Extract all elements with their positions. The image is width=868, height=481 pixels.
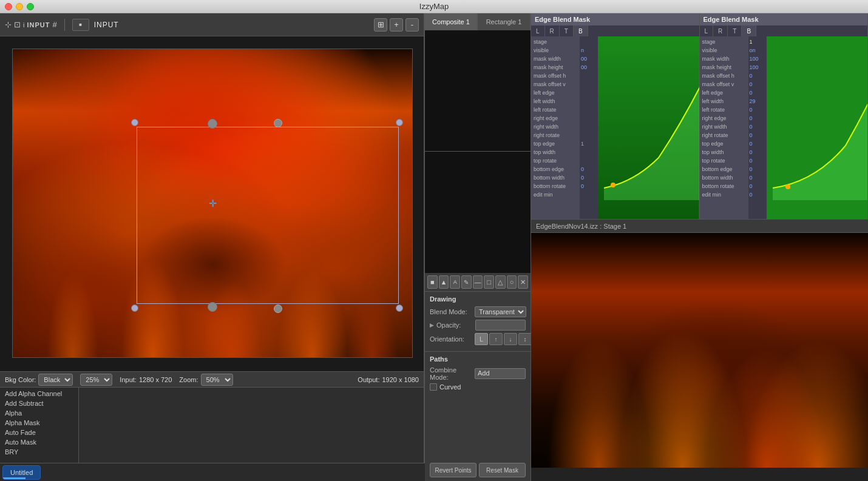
solo-label: INPUT: [27, 21, 50, 29]
combine-mode-row: Combine Mode: Add: [430, 366, 526, 381]
list-item-alpha-mask[interactable]: Alpha Mask: [0, 418, 78, 428]
zoom-plus-button[interactable]: +: [390, 18, 403, 32]
draw-tool-pen[interactable]: ✎: [461, 275, 472, 289]
select-icon[interactable]: ⊹: [5, 20, 12, 29]
handle-top-left[interactable]: [131, 119, 138, 126]
draw-tool-circle[interactable]: ○: [507, 275, 517, 289]
maximize-button[interactable]: [27, 3, 34, 10]
list-item-add-alpha[interactable]: Add Alpha Channel: [0, 389, 78, 399]
draw-tool-rect[interactable]: □: [484, 275, 494, 289]
insp2-row-bw: bottom width: [700, 173, 748, 182]
bkg-color-select[interactable]: Black: [38, 374, 73, 386]
insp2-row-tw: top width: [700, 148, 748, 156]
add-icon[interactable]: ⊞: [374, 18, 387, 32]
right-panel: Edge Blend Mask L R T B stage visible ma…: [531, 13, 868, 481]
handle-bottom-left[interactable]: [131, 304, 138, 312]
draw-tool-a[interactable]: A: [450, 275, 460, 289]
untitled-tab[interactable]: Untitled: [2, 465, 41, 480]
zoom-label-item: Zoom: 50%: [179, 374, 232, 386]
blend-mode-select[interactable]: Transparent: [475, 306, 526, 317]
orientation-row: Orientation: L ↑ ↓ ↕: [430, 333, 526, 345]
insp2-row-stage: stage: [700, 38, 748, 46]
insp-row-em: edit min: [531, 190, 580, 199]
rotate-handle-bottom[interactable]: [274, 304, 282, 313]
combine-mode-value[interactable]: Add: [475, 368, 526, 379]
inspector-tab2-r[interactable]: R: [713, 25, 728, 36]
input-size-value: 1280 x 720: [139, 376, 172, 383]
orient-btn-down[interactable]: ↓: [504, 333, 517, 345]
opacity-arrow-icon: ▶: [430, 322, 434, 328]
inspector-tab2-t[interactable]: T: [728, 25, 742, 36]
minimize-button[interactable]: [16, 3, 23, 10]
rotate-handle-top[interactable]: [274, 119, 282, 127]
inspector-tab-l[interactable]: L: [531, 25, 545, 36]
insp2-row-lr: left rotate: [700, 106, 748, 114]
insp-val-be: 0: [580, 165, 598, 173]
toolbar: ⊹ ⊡ i INPUT # ■ INPUT ⊞ + -: [0, 13, 424, 36]
insp-val-le: [580, 89, 598, 97]
insp2-val-te: 0: [748, 140, 767, 148]
titlebar: IzzyMap: [0, 0, 868, 13]
info-icon[interactable]: i: [23, 21, 24, 29]
insp2-row-mh: mask height: [700, 63, 748, 72]
insp-val-mw: 00: [580, 55, 598, 63]
insp-val-lr: [580, 106, 598, 114]
reset-mask-button[interactable]: Reset Mask: [479, 463, 526, 477]
zoom-minus-button[interactable]: -: [405, 18, 419, 32]
inspector-tab2-l[interactable]: L: [700, 25, 714, 36]
close-button[interactable]: [5, 3, 12, 10]
draw-tool-tri2[interactable]: △: [495, 275, 506, 289]
inspector-tab2-b[interactable]: B: [742, 25, 756, 36]
tab-rectangle[interactable]: Rectangle 1: [478, 13, 531, 30]
insp-val-bw: 0: [580, 173, 598, 182]
insp-row-mh: mask height: [531, 63, 580, 72]
inspector-panel-1: Edge Blend Mask L R T B stage visible ma…: [531, 13, 700, 219]
transform-icon[interactable]: ⊡: [14, 20, 21, 29]
orient-btn-up[interactable]: ↑: [489, 333, 503, 345]
zoom-value-select[interactable]: 50%: [201, 374, 233, 386]
draw-tool-triangle[interactable]: ▲: [439, 275, 449, 289]
opacity-input[interactable]: [475, 320, 526, 331]
curved-checkbox[interactable]: [430, 383, 437, 391]
action-buttons: Revert Points Reset Mask: [425, 459, 531, 481]
canvas-content: ✛: [12, 49, 413, 358]
inspector-values-2: 1 on 100 100 0 0 0 29 0 0 0 0 0 0: [748, 36, 767, 219]
selection-rect: [137, 127, 399, 304]
orient-btn-both[interactable]: ↕: [518, 333, 532, 345]
toolbar-tools: ⊹ ⊡ i INPUT #: [5, 20, 57, 29]
handle-top-mid[interactable]: [208, 119, 217, 129]
inspector-header-1: Edge Blend Mask: [531, 13, 699, 25]
inspector-tab-b[interactable]: B: [574, 25, 588, 36]
hash-icon[interactable]: #: [52, 20, 56, 29]
draw-tool-square[interactable]: ■: [427, 275, 438, 289]
insp2-row-moh: mask offset h: [700, 72, 748, 80]
insp2-row-mov: mask offset v: [700, 80, 748, 89]
inspector-area: Edge Blend Mask L R T B stage visible ma…: [531, 13, 868, 220]
drawing-section: Drawing Blend Mode: Transparent ▶ Opacit…: [425, 292, 531, 352]
input-label: INPUT: [94, 21, 119, 29]
inspector-values-1: n 00 00 1 0: [580, 36, 598, 219]
middle-spacer: [425, 394, 531, 459]
insp2-row-rr: right rotate: [700, 131, 748, 140]
list-item-auto-mask[interactable]: Auto Mask: [0, 437, 78, 447]
list-item-add-subtract[interactable]: Add Subtract: [0, 399, 78, 408]
inspector-tab-r[interactable]: R: [545, 25, 560, 36]
draw-tool-minus[interactable]: —: [473, 275, 483, 289]
insp2-val-tw: 0: [748, 148, 767, 156]
handle-top-right[interactable]: [396, 119, 403, 126]
handle-bottom-right[interactable]: [396, 304, 403, 312]
orient-btn-l[interactable]: L: [475, 333, 488, 345]
revert-points-button[interactable]: Revert Points: [430, 463, 476, 477]
zoom-select[interactable]: 25%: [80, 374, 112, 386]
draw-tool-close[interactable]: ✕: [518, 275, 528, 289]
list-item-auto-fade[interactable]: Auto Fade: [0, 428, 78, 437]
tab-composite[interactable]: Composite 1: [425, 13, 478, 30]
list-item-bry[interactable]: BRY: [0, 447, 78, 457]
insp2-val-bro: 0: [748, 182, 767, 190]
list-item-alpha[interactable]: Alpha: [0, 408, 78, 418]
inspector-content-1: stage visible mask width mask height mas…: [531, 36, 699, 219]
handle-bottom-mid[interactable]: [208, 302, 217, 312]
inspector-labels-1: stage visible mask width mask height mas…: [531, 36, 580, 219]
inspector-tab-t[interactable]: T: [560, 25, 574, 36]
inspector-tabs-2: L R T B: [700, 25, 868, 36]
